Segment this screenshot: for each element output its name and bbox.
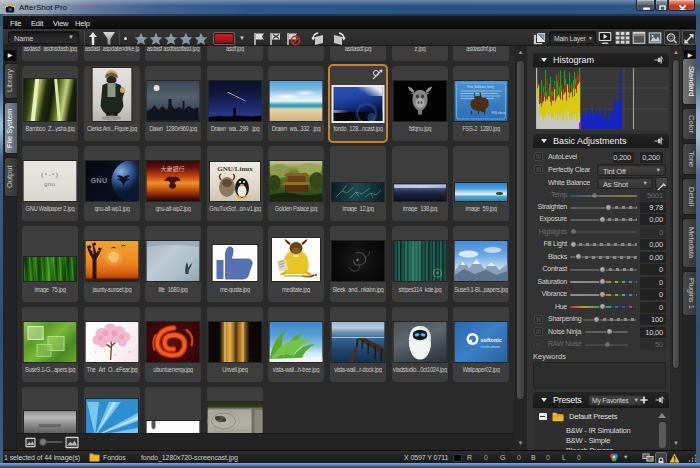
svg-text:GNU: GNU (90, 176, 107, 185)
svg-text:大衆銀行: 大衆銀行 (161, 165, 185, 173)
svg-text:GNU/Linux: GNU/Linux (217, 165, 253, 173)
svg-text:(°·°): (°·°) (40, 172, 58, 179)
svg-text:tu web software: tu web software (481, 345, 501, 349)
svg-text:gnu: gnu (44, 181, 55, 188)
svg-text:FSS tribute: FSS tribute (492, 111, 506, 115)
svg-text:softonic: softonic (481, 337, 502, 343)
svg-text:Free Software Song: Free Software Song (467, 85, 494, 89)
